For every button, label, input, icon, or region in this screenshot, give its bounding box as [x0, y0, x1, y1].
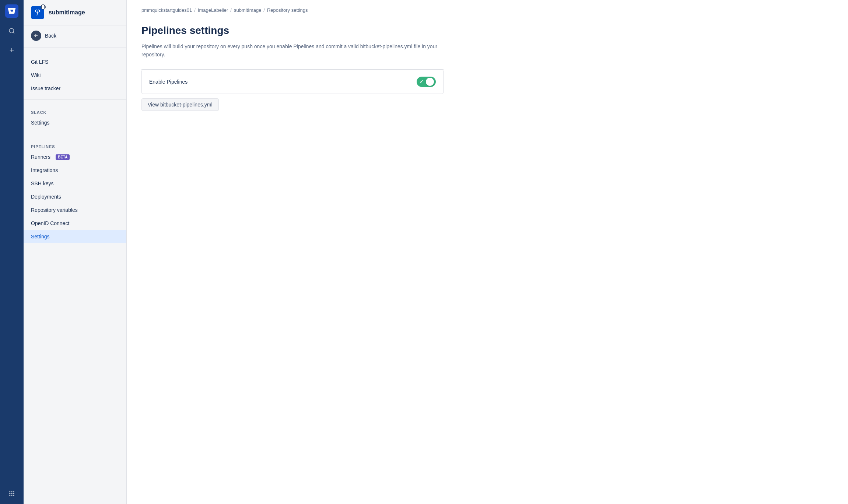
sidebar-section-top: Git LFS Wiki Issue tracker	[24, 49, 126, 98]
back-label: Back	[45, 33, 56, 39]
enable-pipelines-toggle[interactable]: ✓	[417, 77, 436, 87]
toggle-knob	[426, 78, 434, 86]
slack-section-label: SLACK	[24, 107, 126, 116]
page-title: Pipelines settings	[141, 25, 444, 36]
sidebar-item-ssh-keys[interactable]: SSH keys	[24, 177, 126, 190]
sidebar-item-deployments-label: Deployments	[31, 194, 61, 200]
svg-rect-2	[11, 491, 13, 492]
sidebar-item-slack-settings[interactable]: Settings	[24, 116, 126, 129]
sidebar-item-issue-tracker[interactable]: Issue tracker	[24, 82, 126, 95]
breadcrumb-repo-parent[interactable]: ImageLabeller	[198, 7, 228, 13]
beta-badge: BETA	[56, 154, 70, 160]
sidebar-section-pipelines: PIPELINES Runners BETA Integrations SSH …	[24, 136, 126, 246]
content-area: Pipelines settings Pipelines will build …	[127, 13, 458, 123]
svg-rect-9	[13, 495, 14, 496]
svg-point-0	[9, 28, 14, 33]
sidebar-item-wiki[interactable]: Wiki	[24, 69, 126, 82]
sidebar-item-wiki-label: Wiki	[31, 72, 41, 78]
sidebar-item-git-lfs[interactable]: Git LFS	[24, 55, 126, 69]
sidebar-item-repo-variables[interactable]: Repository variables	[24, 203, 126, 217]
bitbucket-logo-icon[interactable]	[5, 4, 18, 18]
breadcrumb-sep-2: /	[230, 7, 232, 13]
sidebar-item-git-lfs-label: Git LFS	[31, 59, 48, 65]
repo-icon	[31, 6, 44, 19]
svg-rect-4	[9, 493, 10, 494]
sidebar-item-runners-label: Runners	[31, 154, 50, 160]
page-description: Pipelines will build your repository on …	[141, 42, 444, 59]
sidebar-item-repo-variables-label: Repository variables	[31, 207, 78, 213]
svg-rect-5	[11, 493, 13, 494]
view-pipelines-yml-button[interactable]: View bitbucket-pipelines.yml	[141, 98, 219, 111]
back-arrow-icon	[31, 31, 41, 41]
breadcrumb: pmmquickstartguides01 / ImageLabeller / …	[127, 0, 848, 13]
svg-rect-3	[13, 491, 14, 492]
sidebar-item-integrations-label: Integrations	[31, 167, 58, 173]
sidebar-item-runners[interactable]: Runners BETA	[24, 150, 126, 164]
svg-rect-6	[13, 493, 14, 494]
enable-pipelines-label: Enable Pipelines	[149, 79, 188, 85]
pipelines-section-label: PIPELINES	[24, 141, 126, 150]
lock-icon	[41, 4, 46, 10]
svg-rect-1	[9, 491, 10, 492]
svg-rect-8	[11, 495, 13, 496]
divider-pipelines	[24, 134, 126, 134]
repo-name: submitImage	[49, 9, 85, 16]
search-icon[interactable]	[6, 25, 18, 37]
sidebar-header: submitImage	[24, 0, 126, 25]
breadcrumb-org[interactable]: pmmquickstartguides01	[141, 7, 192, 13]
divider-top	[24, 48, 126, 48]
divider-slack	[24, 99, 126, 100]
sidebar-item-pipelines-settings-label: Settings	[31, 234, 50, 239]
svg-rect-7	[9, 495, 10, 496]
icon-bar	[0, 0, 24, 504]
apps-grid-icon[interactable]	[6, 488, 18, 500]
sidebar-item-ssh-keys-label: SSH keys	[31, 181, 53, 186]
enable-pipelines-row: Enable Pipelines ✓	[141, 70, 444, 94]
toggle-checkmark-icon: ✓	[420, 79, 423, 84]
breadcrumb-sep-3: /	[263, 7, 265, 13]
sidebar-section-slack: SLACK Settings	[24, 101, 126, 132]
sidebar-item-openid-connect-label: OpenID Connect	[31, 220, 69, 226]
sidebar-item-slack-settings-label: Settings	[31, 120, 50, 126]
breadcrumb-current: Repository settings	[267, 7, 308, 13]
main-content: pmmquickstartguides01 / ImageLabeller / …	[127, 0, 848, 504]
sidebar-item-deployments[interactable]: Deployments	[24, 190, 126, 203]
sidebar-item-pipelines-settings[interactable]: Settings	[24, 230, 126, 243]
breadcrumb-sep-1: /	[194, 7, 196, 13]
breadcrumb-repo[interactable]: submitImage	[234, 7, 261, 13]
sidebar: submitImage Back Git LFS Wiki Issue trac…	[24, 0, 127, 504]
create-icon[interactable]	[6, 44, 18, 56]
sidebar-item-integrations[interactable]: Integrations	[24, 164, 126, 177]
sidebar-item-issue-tracker-label: Issue tracker	[31, 85, 60, 91]
back-button[interactable]: Back	[24, 25, 126, 46]
sidebar-item-openid-connect[interactable]: OpenID Connect	[24, 217, 126, 230]
